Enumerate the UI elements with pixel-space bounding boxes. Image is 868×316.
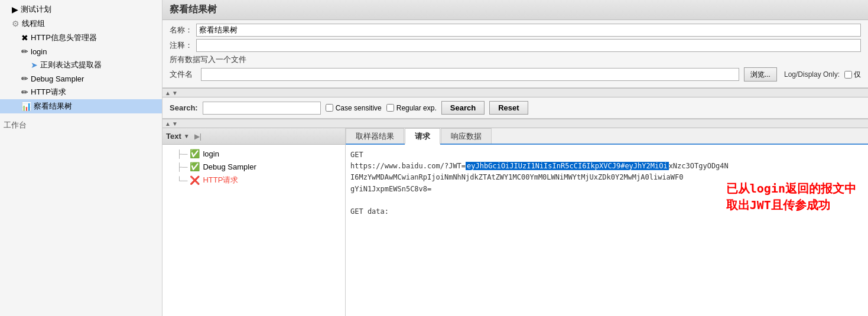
tree-header: Text ▼ ▶| [162, 128, 345, 145]
status-error-icon: ❌ [190, 175, 200, 185]
tab-request[interactable]: 请求 [405, 128, 440, 145]
sidebar-item-regex[interactable]: ➤ 正则表达式提取器 [0, 58, 162, 72]
detail-text: GET https://www.baidu.com/?JWT=eyJhbGciO… [350, 149, 863, 217]
tree-item-label: Debug Sampler [203, 162, 256, 171]
detail-pane: 取样器结果 请求 响应数据 GET https://www.baidu.com/… [346, 128, 868, 316]
arrow-icon: ➤ [31, 60, 38, 70]
tab-bar: 取样器结果 请求 响应数据 [346, 128, 868, 145]
status-ok-icon2: ✅ [190, 162, 200, 171]
reset-button[interactable]: Reset [489, 101, 528, 115]
jwt-highlight: eyJhbGciOiJIUzI1NiIsInR5cCI6IkpXVCJ9#eyJ… [466, 162, 669, 170]
tree-item-label: login [203, 149, 219, 158]
test-plan-icon: ▶ [12, 5, 18, 14]
comment-input[interactable] [196, 39, 861, 52]
detail-line5 [350, 195, 863, 206]
tree-icon: 📊 [21, 102, 31, 111]
tree-scroll: ├─ ✅ login ├─ ✅ Debug Sampler └─ ❌ HTTP请… [162, 145, 345, 316]
arrow-up2-icon: ▲ [165, 120, 171, 127]
sidebar-item-label: HTTP请求 [31, 87, 66, 97]
file-input[interactable] [201, 68, 739, 81]
detail-line4: gYiN1JxpmEWSn5C8v8= [350, 184, 863, 195]
regular-exp-label[interactable]: Regular exp. [386, 104, 437, 112]
file-label: 文件名 [170, 69, 193, 80]
only-checkbox[interactable] [844, 71, 852, 79]
sidebar-item-label: HTTP信息头管理器 [31, 32, 97, 43]
case-sensitive-label[interactable]: Case sensitive [326, 104, 382, 112]
case-sensitive-checkbox[interactable] [326, 104, 333, 112]
tree-item-debug[interactable]: ├─ ✅ Debug Sampler [162, 160, 345, 173]
arrow-down2-icon: ▼ [172, 120, 178, 127]
tree-pane: Text ▼ ▶| ├─ ✅ login ├─ ✅ Debug Sampler [162, 128, 346, 316]
search-bar: Search: Case sensitive Regular exp. Sear… [162, 97, 868, 119]
debug-icon: ✏ [21, 74, 28, 83]
sidebar-item-label: 察看结果树 [34, 101, 72, 112]
tool-icon: ✖ [21, 33, 28, 43]
search-label: Search: [170, 103, 198, 112]
request-icon: ✏ [21, 87, 28, 97]
tab-response-data[interactable]: 响应数据 [441, 128, 492, 144]
sidebar-workspace: 工作台 [0, 118, 162, 132]
comment-label: 注释： [170, 40, 193, 51]
sidebar-item-debug[interactable]: ✏ Debug Sampler [0, 72, 162, 85]
form-area: 名称： 注释： 所有数据写入一个文件 文件名 浏览... Log/Display… [162, 20, 868, 88]
comment-row: 注释： [170, 39, 861, 52]
detail-line6: GET data: [350, 206, 863, 217]
detail-content: GET https://www.baidu.com/?JWT=eyJhbGciO… [346, 145, 868, 316]
browse-button[interactable]: 浏览... [744, 67, 777, 82]
sidebar-item-login[interactable]: ✏ login [0, 45, 162, 58]
tree-collapse-icon[interactable]: ▶| [194, 132, 201, 141]
sidebar-item-label: login [31, 47, 47, 56]
sidebar-item-label: 测试计划 [21, 4, 51, 15]
sidebar: ▶ 测试计划 ⚙ 线程组 ✖ HTTP信息头管理器 ✏ login ➤ 正则表达… [0, 0, 162, 316]
sidebar-item-label: Debug Sampler [31, 74, 84, 83]
pencil-icon: ✏ [21, 47, 28, 56]
tree-item-http[interactable]: └─ ❌ HTTP请求 [162, 173, 345, 187]
file-row: 文件名 浏览... Log/Display Only: 仅 [170, 67, 861, 82]
divider-top: ▲ ▼ [162, 88, 868, 97]
main-panel: 察看结果树 名称： 注释： 所有数据写入一个文件 文件名 浏览... Log/D… [162, 0, 868, 316]
panel-title: 察看结果树 [162, 0, 868, 20]
tree-item-login[interactable]: ├─ ✅ login [162, 147, 345, 160]
arrow-up-icon: ▲ [165, 90, 171, 96]
detail-line1: GET [350, 149, 863, 161]
sidebar-item-label: 正则表达式提取器 [40, 60, 102, 70]
tree-item-label-error: HTTP请求 [203, 175, 238, 185]
sidebar-item-http-header[interactable]: ✖ HTTP信息头管理器 [0, 31, 162, 45]
sidebar-item-thread-group[interactable]: ⚙ 线程组 [0, 17, 162, 31]
sidebar-item-label: 线程组 [22, 18, 45, 29]
arrow-down-icon: ▼ [172, 90, 178, 96]
workspace-label: 工作台 [4, 120, 27, 131]
name-input[interactable] [196, 24, 861, 37]
tab-sampler-result[interactable]: 取样器结果 [346, 128, 404, 144]
gear-icon: ⚙ [12, 19, 19, 28]
sidebar-item-result-tree[interactable]: 📊 察看结果树 [0, 99, 162, 113]
sidebar-item-http-request[interactable]: ✏ HTTP请求 [0, 85, 162, 99]
only-checkbox-label[interactable]: 仅 [844, 70, 861, 80]
sidebar-item-test-plan[interactable]: ▶ 测试计划 [0, 2, 162, 17]
dropdown-icon[interactable]: ▼ [184, 133, 190, 139]
status-ok-icon: ✅ [190, 149, 200, 158]
tree-header-label: Text [166, 132, 181, 141]
log-display-label: Log/Display Only: [784, 70, 840, 79]
name-label: 名称： [170, 25, 193, 35]
content-area: Text ▼ ▶| ├─ ✅ login ├─ ✅ Debug Sampler [162, 128, 868, 316]
section-header: 所有数据写入一个文件 [170, 54, 861, 65]
divider-bottom: ▲ ▼ [162, 119, 868, 128]
regular-exp-checkbox[interactable] [386, 104, 394, 112]
search-button[interactable]: Search [441, 101, 485, 115]
detail-line3: I6MzYwMDAwMCwianRpIjoiNmNhNjdkZTAtZWY1MC… [350, 172, 863, 183]
detail-line2: https://www.baidu.com/?JWT=eyJhbGciOiJIU… [350, 161, 863, 172]
name-row: 名称： [170, 24, 861, 37]
search-input[interactable] [203, 102, 321, 115]
